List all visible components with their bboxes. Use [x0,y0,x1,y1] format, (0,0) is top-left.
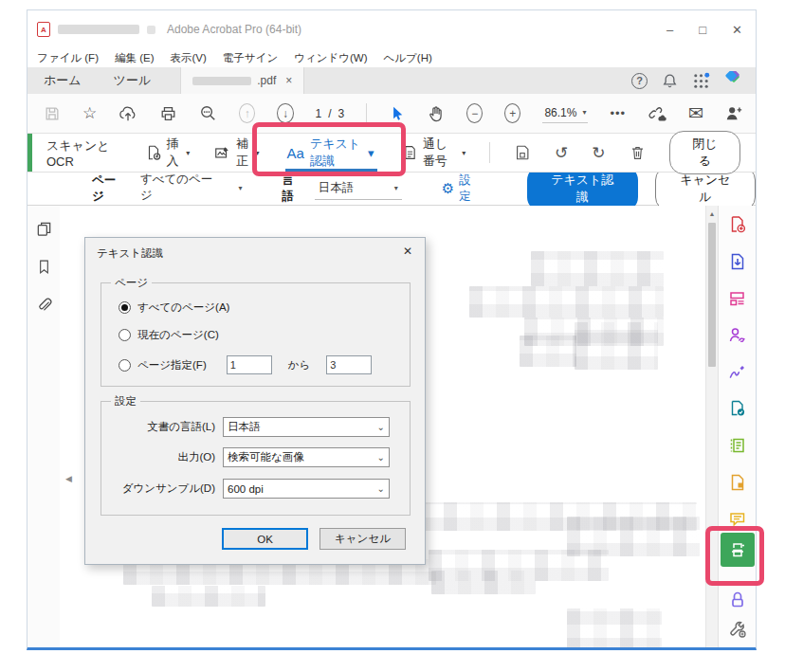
bookmarks-icon[interactable] [36,258,52,276]
radio-icon[interactable] [119,329,131,341]
close-tool-button[interactable]: 閉じる [669,131,740,174]
zoom-level-dropdown[interactable]: 86.1% ▾ [542,104,588,123]
zoom-in-icon[interactable]: + [504,103,520,123]
page-down-icon[interactable]: ↓ [277,103,293,123]
downsample-select[interactable]: 600 dpi ⌄ [223,479,390,499]
radio-current-page[interactable]: 現在のページ(C) [119,328,219,342]
pages-dropdown[interactable]: すべてのページ ▾ [137,170,246,208]
apps-grid-icon[interactable] [692,72,710,90]
radio-selected-icon[interactable] [119,301,131,314]
range-to-input[interactable] [326,355,372,374]
star-icon[interactable]: ☆ [82,103,97,123]
document-language-select[interactable]: 日本語 ⌄ [223,417,390,437]
aa-text-icon: Aa [287,145,304,161]
tab-home[interactable]: ホーム [27,67,98,94]
radio-page-range[interactable]: ページ指定(F) から [119,355,372,374]
range-from-input[interactable] [227,355,272,374]
language-dropdown[interactable]: 日本語 ▾ [315,178,402,200]
bates-page-icon [402,144,418,161]
left-navigation-rail [27,206,60,647]
acrobat-app-icon: A [37,22,50,37]
page-number-input[interactable]: 1 [316,107,322,120]
insert-menu[interactable]: 挿入 ▾ [145,136,191,170]
dialog-cancel-button[interactable]: キャンセル [319,528,406,550]
collapse-panel-icon[interactable]: ◀ [65,474,72,483]
tab-tools[interactable]: ツール [98,67,168,94]
enhance-menu[interactable]: 補正 ▾ [213,136,259,170]
tab-close-icon[interactable]: × [285,74,292,87]
menu-window[interactable]: ウィンドウ(W) [294,51,367,65]
maximize-button[interactable]: □ [699,23,706,37]
add-person-icon[interactable] [724,104,743,122]
page-total: 3 [338,107,345,120]
more-options-icon[interactable]: ••• [610,106,626,120]
print-icon[interactable] [159,105,177,122]
menu-edit[interactable]: 編集 (E) [115,51,155,65]
recognize-text-menu[interactable]: Aa テキスト認識 ▾ [283,134,378,172]
create-pdf-icon[interactable] [728,215,747,234]
share-link-icon[interactable] [648,104,667,122]
scrollbar-thumb[interactable] [708,223,716,367]
delete-trash-icon[interactable] [630,144,646,161]
adobe-stack-icon[interactable] [724,71,743,90]
zoom-out-icon[interactable]: − [466,103,483,123]
export-pdf-icon[interactable] [728,252,747,271]
protect-icon[interactable] [728,590,747,608]
menu-esign[interactable]: 電子サイン [223,51,278,65]
chevron-down-icon: ▾ [186,149,190,157]
page-up-icon[interactable]: ↑ [239,103,255,123]
redo-icon[interactable]: ↻ [592,143,605,163]
scan-ocr-toolbar: スキャンと OCR 挿入 ▾ 補正 ▾ Aa テキスト認識 ▾ 通し番号 [27,134,756,173]
radio-icon[interactable] [119,359,131,372]
select-cursor-icon[interactable] [389,105,405,122]
settings-link[interactable]: ⚙ 設定 [442,173,482,205]
request-esign-icon[interactable] [728,326,747,345]
dialog-title: テキスト認識 [97,246,163,261]
bates-numbering-menu[interactable]: 通し番号 ▾ [402,136,466,170]
prepare-form-icon[interactable] [728,436,747,455]
edit-pdf-icon[interactable] [728,289,747,308]
ok-button[interactable]: OK [222,528,308,550]
output-select[interactable]: 検索可能な画像 ⌄ [223,447,390,467]
vertical-scrollbar[interactable]: ▲ [705,206,718,647]
language-label: 言語 [283,173,305,205]
organize-pages-icon[interactable] [728,399,747,418]
crop-pages-icon[interactable] [514,144,531,161]
content-area: ◀ テキスト認識 ✕ ページ すべてのページ(A) 現在のページ(C) [27,206,756,647]
attachments-paperclip-icon[interactable] [35,296,53,314]
minimize-button[interactable]: – [666,23,673,37]
save-icon[interactable] [44,105,61,122]
comment-icon[interactable] [728,510,747,529]
chevron-down-icon: ▾ [239,184,243,192]
chevron-down-icon: ▾ [394,184,398,192]
chevron-down-icon: ▾ [462,149,466,157]
combine-files-icon[interactable] [728,473,747,492]
menu-view[interactable]: 表示(V) [171,51,207,65]
close-button[interactable]: ✕ [732,23,742,37]
undo-icon[interactable]: ↺ [555,143,568,163]
main-toolbar: ☆ ↑ ↓ 1 / 3 − + 86.1% ▾ ••• [27,94,756,134]
fill-sign-icon[interactable] [728,363,747,382]
chevron-down-icon: ▾ [582,108,586,117]
hand-tool-icon[interactable] [427,104,445,122]
downsample-label: ダウンサンプル(D) [101,481,223,496]
upload-cloud-icon[interactable] [119,105,137,122]
menu-help[interactable]: ヘルプ(H) [384,51,432,65]
dialog-close-icon[interactable]: ✕ [403,245,412,258]
search-zoom-icon[interactable] [199,104,217,122]
document-area[interactable]: ◀ テキスト認識 ✕ ページ すべてのページ(A) 現在のページ(C) [60,206,705,647]
more-tools-wrench-icon[interactable] [728,620,747,639]
menu-file[interactable]: ファイル (F) [37,51,99,65]
pages-label: ページ [92,173,127,205]
notifications-bell-icon[interactable] [662,73,678,89]
tab-document[interactable]: .pdf × [180,67,304,94]
email-icon[interactable]: ✉ [688,102,703,124]
redacted-content [469,286,664,318]
scan-ocr-tool-selected[interactable] [721,533,755,567]
help-icon[interactable]: ? [631,73,648,89]
page-thumbnails-icon[interactable] [35,220,53,238]
recognize-text-button[interactable]: テキスト認識 [527,166,638,211]
doc-extension: .pdf [257,74,276,87]
radio-all-pages[interactable]: すべてのページ(A) [119,300,229,315]
gear-icon: ⚙ [442,180,454,197]
